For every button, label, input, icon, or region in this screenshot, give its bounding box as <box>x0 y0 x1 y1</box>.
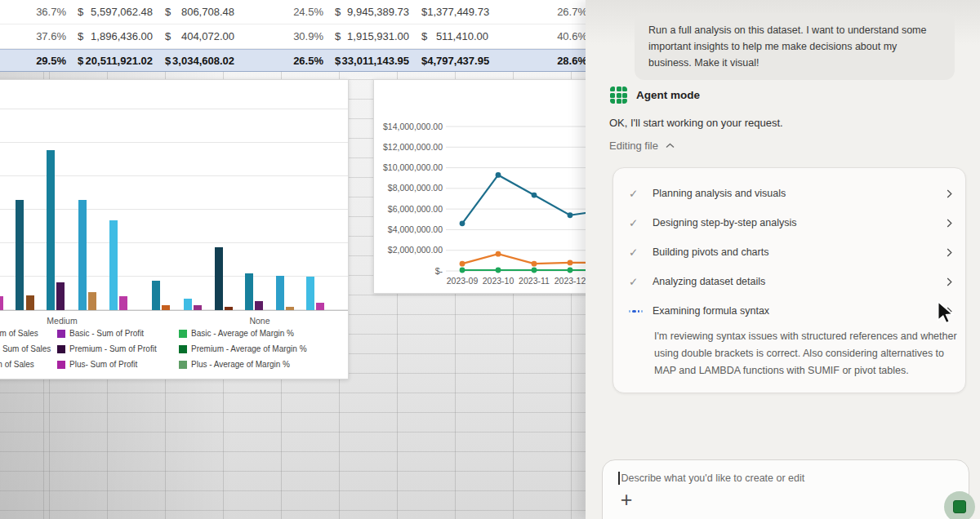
column-bar <box>316 303 324 310</box>
chevron-right-icon[interactable] <box>947 219 952 228</box>
svg-text:$2,000,000.00: $2,000,000.00 <box>388 245 443 255</box>
excel-copilot-screen: 36.7%$5,597,062.48$806,708.4824.5%$9,945… <box>0 0 980 519</box>
legend-label: Premium - Sum of Profit <box>69 344 157 353</box>
column-bar <box>184 299 192 310</box>
column-bar <box>16 200 24 310</box>
legend-label: Premium - Sum of Sales <box>0 344 51 353</box>
svg-text:$-: $- <box>435 266 443 276</box>
sheet-cell[interactable]: $1,377,449.73 <box>414 0 493 24</box>
svg-text:$8,000,000.00: $8,000,000.00 <box>388 183 443 193</box>
sheet-cell[interactable]: 37.6% <box>0 24 70 48</box>
sheet-cell[interactable]: $1,896,436.00 <box>70 24 158 48</box>
sheet-cell[interactable]: $4,797,437.95 <box>414 50 493 71</box>
check-icon: ✓ <box>629 216 643 229</box>
progress-dots-icon <box>629 310 643 313</box>
text-caret <box>618 472 620 485</box>
legend-label: Basic - Average of Margin % <box>191 329 294 338</box>
copilot-chat-panel: Run a full analysis on this dataset. I w… <box>586 0 980 519</box>
chat-input-field[interactable]: Describe what you'd like to create or ed… <box>603 460 969 485</box>
sheet-data-row[interactable]: 37.6%$1,896,436.00$404,072.0030.9%$1,915… <box>0 24 586 49</box>
sheet-cell[interactable]: $1,915,931.00 <box>327 24 414 48</box>
column-bar <box>152 281 160 310</box>
svg-text:$12,000,000.00: $12,000,000.00 <box>383 142 443 152</box>
column-bar <box>109 220 118 310</box>
chevron-up-icon <box>666 143 675 149</box>
chevron-right-icon[interactable] <box>947 277 952 286</box>
legend-swatch <box>57 330 65 338</box>
active-task-detail-text: I'm reviewing syntax issues with structu… <box>654 328 958 379</box>
legend-label: Basic - Sum of Profit <box>69 329 144 338</box>
agent-mode-row: Agent mode <box>610 86 700 104</box>
legend-swatch <box>179 345 187 353</box>
column-bar <box>119 296 127 310</box>
legend-swatch <box>179 361 187 369</box>
sheet-cell[interactable]: 26.5% <box>239 50 327 71</box>
svg-text:2023-09: 2023-09 <box>447 276 479 286</box>
column-bar <box>255 301 263 310</box>
sheet-cell[interactable]: 29.5% <box>0 50 70 71</box>
user-message-bubble: Run a full analysis on this dataset. I w… <box>635 13 955 80</box>
sheet-cell[interactable]: $806,708.48 <box>158 0 239 24</box>
sheet-cell[interactable]: 36.7% <box>0 0 70 24</box>
sheet-cell[interactable]: $3,034,608.02 <box>158 50 239 71</box>
sheet-total-row[interactable]: 29.5%$20,511,921.02$3,034,608.0226.5%$33… <box>0 49 586 72</box>
column-bar <box>276 276 284 310</box>
legend-swatch <box>57 361 65 369</box>
column-bar <box>26 295 34 310</box>
column-bar <box>0 296 3 310</box>
task-item-done[interactable]: ✓Building pivots and charts <box>613 237 965 267</box>
add-attachment-button[interactable]: + <box>615 488 638 511</box>
legend-label: Premium - Average of Margin % <box>191 344 307 353</box>
task-label: Analyzing dataset details <box>653 276 765 287</box>
column-bar <box>286 307 294 310</box>
agent-task-list-card: ✓Planning analysis and visuals✓Designing… <box>612 167 966 393</box>
sheet-cell[interactable]: 26.7% <box>493 0 586 24</box>
task-label: Examining formula syntax <box>653 305 769 317</box>
sheet-cell[interactable]: 40.6% <box>493 24 586 48</box>
svg-text:$10,000,000.00: $10,000,000.00 <box>383 162 443 172</box>
sheet-cell[interactable]: $9,945,389.73 <box>327 0 414 24</box>
task-item-done[interactable]: ✓Analyzing dataset details <box>613 267 965 296</box>
column-bar <box>215 247 223 310</box>
sheet-cell[interactable]: 24.5% <box>239 0 327 24</box>
user-message-text: Run a full analysis on this dataset. I w… <box>648 24 926 69</box>
sheet-cell[interactable]: $511,410.00 <box>414 24 493 48</box>
chevron-right-icon[interactable] <box>947 248 952 257</box>
editing-file-toggle[interactable]: Editing file <box>609 140 675 152</box>
legend-swatch <box>179 330 187 338</box>
legend-label: Plus - Sum of Sales <box>0 360 34 369</box>
column-chart[interactable]: MediumNone Basic - Sum of SalesPremium -… <box>0 79 349 379</box>
sheet-cell[interactable]: 30.9% <box>239 24 327 48</box>
legend-swatch <box>57 345 65 353</box>
svg-text:2023-10: 2023-10 <box>483 276 514 286</box>
column-bar <box>56 282 65 310</box>
svg-text:$14,000,000.00: $14,000,000.00 <box>383 122 443 131</box>
column-chart-plot-area <box>0 80 348 311</box>
svg-text:$4,000,000.00: $4,000,000.00 <box>388 224 443 234</box>
sheet-data-row[interactable]: 36.7%$5,597,062.48$806,708.4824.5%$9,945… <box>0 0 586 24</box>
agent-mode-label: Agent mode <box>636 89 700 101</box>
check-icon: ✓ <box>629 187 643 200</box>
column-bar <box>245 273 253 310</box>
stop-generating-button[interactable] <box>944 491 975 519</box>
chevron-right-icon[interactable] <box>947 189 952 198</box>
legend-label: Plus - Average of Margin % <box>191 360 290 369</box>
chat-input-card[interactable]: Describe what you'd like to create or ed… <box>602 459 969 519</box>
task-item-active[interactable]: Examining formula syntax <box>613 296 965 326</box>
svg-text:2023-12: 2023-12 <box>555 276 586 286</box>
task-item-done[interactable]: ✓Planning analysis and visuals <box>613 179 965 208</box>
line-chart-plot-area: $14,000,000.00$12,000,000.00$10,000,000.… <box>374 80 621 293</box>
sheet-cell[interactable]: 28.6% <box>493 50 586 71</box>
spreadsheet-data-rows: 36.7%$5,597,062.48$806,708.4824.5%$9,945… <box>0 0 586 72</box>
plus-icon: + <box>621 488 633 512</box>
column-bar <box>194 305 202 310</box>
task-label: Building pivots and charts <box>653 246 768 258</box>
check-icon: ✓ <box>629 275 643 288</box>
sheet-cell[interactable]: $404,072.00 <box>158 24 239 48</box>
sheet-cell[interactable]: $20,511,921.02 <box>70 50 158 71</box>
column-bar <box>78 200 87 310</box>
sheet-cell[interactable]: $33,011,143.95 <box>327 50 414 71</box>
column-bar <box>47 150 55 310</box>
sheet-cell[interactable]: $5,597,062.48 <box>70 0 158 24</box>
task-item-done[interactable]: ✓Designing step-by-step analysis <box>613 208 965 237</box>
